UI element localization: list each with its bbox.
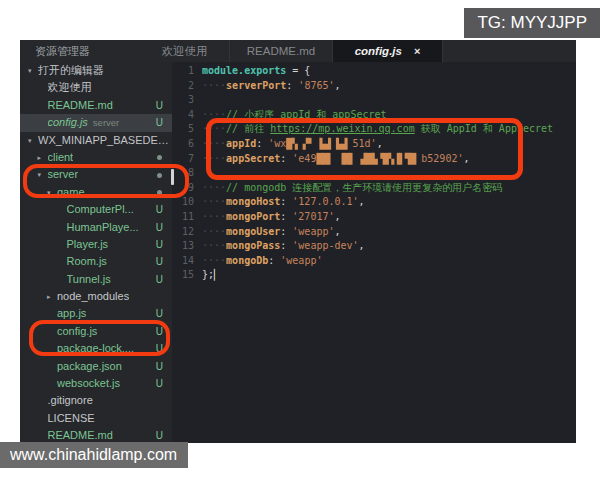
git-untracked-badge: U [156,219,163,236]
tree-item-label: Player.js [67,236,109,253]
site-watermark: www.chinahidlamp.com [0,442,188,468]
chevron-down-icon[interactable]: ▾ [38,166,48,183]
tree-item-server[interactable]: ▾server [20,166,172,183]
code-token-key: mongoHost [226,196,280,207]
code-text: ····mongoUser: 'weapp', [202,225,576,240]
code-token-key: mongoDb [226,255,268,266]
tree-item-client[interactable]: ▸client [20,149,172,166]
code-text: ····mongoPort: '27017', [202,210,576,225]
code-token-str: 51d' [353,138,377,149]
tree-item-label: LICENSE [48,410,95,427]
tree-item-LICENSE[interactable]: LICENSE [20,410,172,427]
code-token-ws: ···· [202,109,226,120]
code-text [202,166,576,181]
tree-item-game[interactable]: ▾game [20,184,172,201]
tree-item-Player.js[interactable]: Player.jsU [20,236,172,253]
chevron-down-icon[interactable]: ▾ [28,132,38,149]
code-token-teal: module.exports [202,65,286,76]
git-untracked-badge: U [156,97,163,114]
tree-item-Tunnel.js[interactable]: Tunnel.jsU [20,271,172,288]
tree-item-打开的编辑器[interactable]: ▾打开的编辑器 [20,62,172,79]
tree-item-label: websocket.js [57,375,120,392]
tree-item-README.md[interactable]: README.mdU [20,427,172,443]
code-line-4[interactable]: 4····// 小程序 appId 和 appSecret [172,108,576,123]
tree-item-label: 欢迎使用 [48,79,92,96]
tree-item-README.md[interactable]: README.mdU [20,97,172,114]
git-untracked-badge: U [156,253,163,270]
tree-item-node_modules[interactable]: ▸node_modules [20,288,172,305]
code-token-str: b52902' [421,153,463,164]
tree-item-.gitignore[interactable]: .gitignore [20,392,172,409]
code-text: };▏ [202,268,576,283]
code-token-fg: : [268,255,280,266]
code-line-14[interactable]: 14····mongoDb: 'weapp' [172,254,576,269]
code-token-str: '27017' [292,211,334,222]
chevron-right-icon[interactable]: ▸ [38,149,48,166]
top-bar: 资源管理器 欢迎使用README.mdconfig.js× [20,40,576,62]
code-token-fg: : [280,226,292,237]
code-line-3[interactable]: 3 [172,93,576,108]
chevron-down-icon[interactable]: ▾ [28,62,38,79]
tree-item-label: README.md [48,427,113,443]
code-text: ····mongoPass: 'weapp-dev', [202,239,576,254]
code-text: ····// 前往 https://mp.weixin.qq.com 获取 Ap… [202,122,576,137]
tree-item-package-lock....[interactable]: package-lock....U [20,340,172,357]
code-line-10[interactable]: 10····mongoHost: '127.0.0.1', [172,195,576,210]
tab-欢迎使用[interactable]: 欢迎使用 [140,40,230,62]
code-line-9[interactable]: 9····// mongodb 连接配置，生产环境请使用更复杂的用户名密码 [172,181,576,196]
tree-item-app.js[interactable]: app.jsU [20,305,172,322]
tree-item-label: game [57,184,85,201]
tree-item-label: config.js [48,114,88,131]
screenshot-root: { "badge": { "text": "TG: MYYJJPP" }, "w… [0,0,600,480]
line-number: 1 [172,64,202,79]
code-token-ws: ···· [202,80,226,91]
tree-item-label: .gitignore [48,392,93,409]
code-line-1[interactable]: 1module.exports = { [172,64,576,79]
git-untracked-badge: U [156,201,163,218]
code-text: ····// mongodb 连接配置，生产环境请使用更复杂的用户名密码 [202,181,576,196]
code-token-ws: ···· [202,240,226,251]
code-token-ws: ···· [202,153,226,164]
code-token-comment: 获取 AppId 和 AppSecret [415,123,553,134]
git-untracked-badge: U [156,305,163,322]
tree-item-config.js[interactable]: config.jsserverU [20,114,172,131]
code-line-7[interactable]: 7····appSecret: 'e49██▌ ▐█▌ ▟█▙▝█▚▐▌▜█ b… [172,152,576,167]
code-token-str: '8765' [298,80,334,91]
code-editor[interactable]: 1module.exports = {2····serverPort: '876… [172,62,576,443]
code-line-11[interactable]: 11····mongoPort: '27017', [172,210,576,225]
git-untracked-badge: U [156,427,163,443]
code-line-6[interactable]: 6····appId: 'wx█▚ ▞▘ ▙▟ ▙▟ 51d', [172,137,576,152]
code-token-fg: : [280,196,292,207]
tree-item-Room.js[interactable]: Room.jsU [20,253,172,270]
code-line-12[interactable]: 12····mongoUser: 'weapp', [172,225,576,240]
text-cursor: ▏ [214,269,220,280]
chevron-down-icon[interactable]: ▾ [47,184,57,201]
code-text: ····serverPort: '8765', [202,79,576,94]
code-text: ····mongoHost: '127.0.0.1', [202,195,576,210]
code-line-2[interactable]: 2····serverPort: '8765', [172,79,576,94]
censored-mosaic: █▚ ▞▘ ▙▟ ▙▟ [286,138,352,149]
tab-README.md[interactable]: README.md [230,40,333,62]
code-token-ws: ···· [202,182,226,193]
annotation-tick [171,169,174,185]
code-token-fg: , [463,153,469,164]
code-line-15[interactable]: 15};▏ [172,268,576,283]
code-token-fg: : [256,138,268,149]
tree-item-HumanPlaye...[interactable]: HumanPlaye...U [20,219,172,236]
tree-item-WX_MINIAPP_BASEDEMO[interactable]: ▾WX_MINIAPP_BASEDEMO [20,132,172,149]
line-number: 7 [172,152,202,167]
tree-item-欢迎使用[interactable]: 欢迎使用 [20,79,172,96]
code-line-13[interactable]: 13····mongoPass: 'weapp-dev', [172,239,576,254]
code-line-5[interactable]: 5····// 前往 https://mp.weixin.qq.com 获取 A… [172,122,576,137]
tab-config.js[interactable]: config.js× [333,40,443,62]
tree-item-websocket.js[interactable]: websocket.jsU [20,375,172,392]
line-number: 13 [172,239,202,254]
tree-item-ComputerPl...[interactable]: ComputerPl...U [20,201,172,218]
chevron-right-icon[interactable]: ▸ [47,288,57,305]
code-line-8[interactable]: 8 [172,166,576,181]
close-icon[interactable]: × [414,45,420,57]
censored-mosaic: ██▌ ▐█▌ ▟█▙▝█▚▐▌▜█ [316,153,421,164]
tree-item-package.json[interactable]: package.jsonU [20,358,172,375]
git-untracked-badge: U [156,114,163,131]
tree-item-config.js[interactable]: config.jsU [20,323,172,340]
